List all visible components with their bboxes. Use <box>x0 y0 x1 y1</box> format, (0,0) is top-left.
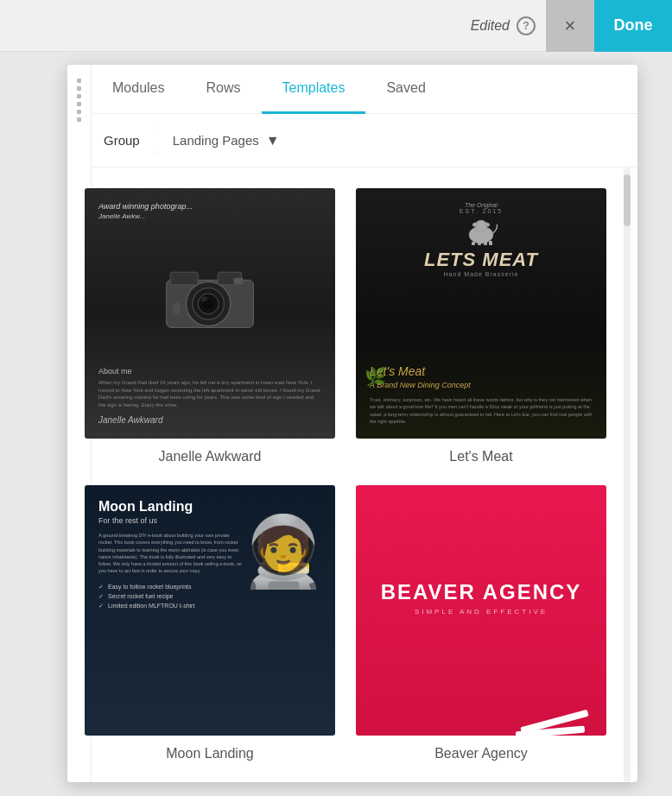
help-icon[interactable]: ? <box>517 16 536 35</box>
svg-rect-14 <box>472 242 475 245</box>
svg-point-5 <box>201 297 207 302</box>
template-thumb-beaver: BEAVER AGENCY SIMPLE AND EFFECTIVE <box>356 485 606 736</box>
cow-icon <box>464 218 498 245</box>
tab-bar: Modules Rows Templates Saved <box>67 65 637 114</box>
group-filter-button[interactable]: Group <box>85 126 159 155</box>
svg-point-11 <box>475 220 487 232</box>
scrollbar-thumb[interactable] <box>624 174 631 226</box>
template-name-letsmeat: Let's Meat <box>449 449 512 464</box>
herbs-decoration: 🌿 <box>365 366 386 387</box>
template-thumb-letsmeat: The Original EST. 2015 <box>356 188 606 439</box>
templates-scroll-area[interactable]: Award winning photograp... Janelle Awkw.… <box>67 167 637 782</box>
award-text: Award winning photograp... <box>98 202 321 211</box>
close-button[interactable]: × <box>546 0 594 52</box>
templates-grid: Award winning photograp... Janelle Awkw.… <box>67 167 637 782</box>
letsmeat-est: EST. 2015 <box>370 208 593 214</box>
landing-pages-label: Landing Pages <box>173 133 259 148</box>
moon-landing-list-item-3: Limited edition MLFTROU t-shirt <box>98 603 321 610</box>
sidebar-dot <box>77 102 81 106</box>
letsmeat-bottom: Let's Meat A Brand New Dining Concept Tr… <box>370 284 593 425</box>
template-card-moon-landing[interactable]: Moon Landing For the rest of us A ground… <box>85 485 335 761</box>
svg-rect-8 <box>234 278 244 284</box>
about-title: About me <box>98 367 321 376</box>
chevron-down-icon: ▼ <box>266 133 280 148</box>
done-button[interactable]: Done <box>594 0 672 52</box>
sidebar-dot <box>77 94 81 98</box>
template-thumb-moonlanding: Moon Landing For the rest of us A ground… <box>85 485 335 736</box>
filter-button-group: Group <box>85 126 159 155</box>
scrollbar-track[interactable] <box>624 167 631 782</box>
svg-rect-15 <box>478 243 481 245</box>
edited-section: Edited ? <box>471 16 536 35</box>
sidebar-dot <box>77 117 81 122</box>
moon-landing-list-item-2: Secret rocket fuel recipe <box>98 593 321 600</box>
template-thumb-janelle: Award winning photograp... Janelle Awkw.… <box>85 188 335 439</box>
astronaut-icon: 🧑‍🚀 <box>240 511 326 592</box>
moon-landing-body: A ground-breaking DIY e-book about build… <box>98 532 244 575</box>
sidebar-dot <box>77 110 81 114</box>
template-name-janelle: Janelle Awkward <box>159 449 262 464</box>
letsmeat-concept-title: Let's Meat <box>370 364 593 378</box>
beaver-agency-title: BEAVER AGENCY <box>381 580 582 604</box>
svg-rect-16 <box>484 242 487 245</box>
signature: Janelle Awkward <box>98 415 321 425</box>
sidebar-dot <box>77 86 81 91</box>
filter-bar: Group Landing Pages ▼ <box>67 114 637 167</box>
letsmeat-original: The Original <box>370 202 593 208</box>
letsmeat-top: The Original EST. 2015 <box>370 202 593 277</box>
template-card-janelle-awkward[interactable]: Award winning photograp... Janelle Awkw.… <box>85 188 335 464</box>
camera-area <box>98 237 321 358</box>
template-name-beaver: Beaver Agency <box>434 746 528 761</box>
about-section: About me When my Grand Dad died 19 years… <box>98 367 321 425</box>
tab-saved[interactable]: Saved <box>365 65 446 114</box>
templates-panel: Modules Rows Templates Saved Group Landi… <box>67 65 637 782</box>
beaver-agency-tagline: SIMPLE AND EFFECTIVE <box>415 608 548 616</box>
template-card-beaver-agency[interactable]: BEAVER AGENCY SIMPLE AND EFFECTIVE Beave… <box>356 485 606 761</box>
award-name: Janelle Awkw... <box>98 212 321 220</box>
letsmeat-body-text: Trust, intimacy, surprises, etc. We have… <box>370 396 593 425</box>
svg-point-9 <box>173 302 181 315</box>
camera-icon <box>162 263 257 332</box>
top-bar: Edited ? × Done <box>0 0 672 52</box>
letsmeat-subtitle: Hand Made Brasserie <box>370 271 593 277</box>
letsmeat-title: LETS MEAT <box>370 249 593 271</box>
letsmeat-concept-sub: A Brand New Dining Concept <box>370 381 593 389</box>
edited-label: Edited <box>471 18 510 34</box>
sidebar-dot <box>77 79 81 83</box>
tab-rows[interactable]: Rows <box>185 65 261 114</box>
tab-modules[interactable]: Modules <box>92 65 185 114</box>
svg-rect-17 <box>489 241 492 245</box>
landing-pages-select[interactable]: Landing Pages ▼ <box>173 133 280 148</box>
template-name-moon-landing: Moon Landing <box>166 746 253 761</box>
svg-rect-7 <box>170 272 198 285</box>
tab-templates[interactable]: Templates <box>262 65 366 114</box>
about-body-text: When my Grand Dad died 19 years ago, he … <box>98 379 321 408</box>
template-card-lets-meat[interactable]: The Original EST. 2015 <box>356 188 606 464</box>
